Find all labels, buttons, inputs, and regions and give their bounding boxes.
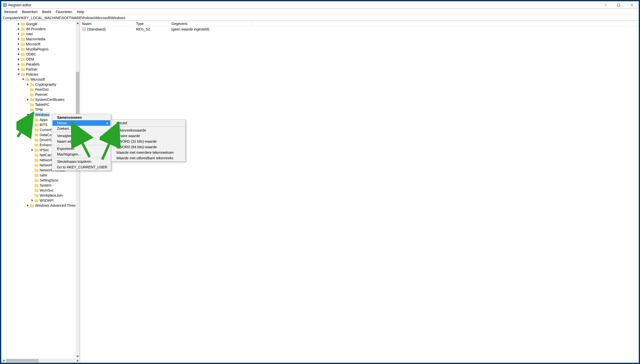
menu-item[interactable]: Tekenreekswaarde xyxy=(112,128,185,133)
tree-node[interactable]: TPM xyxy=(1,107,80,112)
scroll-right-icon[interactable] xyxy=(75,358,80,363)
tree-node[interactable]: System xyxy=(1,183,80,188)
menu-item[interactable]: Machtigingen... xyxy=(52,151,110,157)
tree-node[interactable]: Google xyxy=(1,21,80,26)
scroll-track[interactable] xyxy=(75,25,80,354)
menu-item[interactable]: Naam wijzigen xyxy=(52,139,110,144)
chevron-right-icon[interactable] xyxy=(31,199,34,202)
tree-node[interactable]: TabletPC xyxy=(1,102,80,107)
chevron-right-icon[interactable] xyxy=(17,52,20,56)
column-header-name[interactable]: Naam xyxy=(80,21,134,26)
close-button[interactable] xyxy=(626,1,638,9)
folder-icon xyxy=(30,113,34,116)
chevron-right-icon[interactable] xyxy=(17,63,20,66)
chevron-right-icon[interactable] xyxy=(17,57,20,61)
tree-pane: GoogleIM ProvidersIntelMacromediaMicroso… xyxy=(1,21,80,363)
chevron-right-icon[interactable] xyxy=(31,148,34,152)
folder-icon xyxy=(21,63,25,66)
menu-bewerken[interactable]: Bewerken xyxy=(20,9,39,14)
menu-item[interactable]: Nieuw xyxy=(52,120,110,126)
chevron-right-icon[interactable] xyxy=(17,32,20,36)
chevron-right-icon[interactable] xyxy=(26,204,30,207)
tree-node-label: OEM xyxy=(25,57,35,61)
column-header-data[interactable]: Gegevens xyxy=(169,21,253,26)
menu-favorieten[interactable]: Favorieten xyxy=(54,9,74,14)
chevron-right-icon[interactable] xyxy=(17,27,20,31)
chevron-right-icon[interactable] xyxy=(17,22,20,26)
chevron-right-icon[interactable] xyxy=(26,83,30,86)
chevron-right-icon[interactable] xyxy=(17,37,20,41)
tree-hscrollbar[interactable] xyxy=(1,358,80,363)
scroll-down-icon[interactable] xyxy=(75,354,80,358)
chevron-right-icon[interactable] xyxy=(17,68,20,71)
folder-icon xyxy=(35,199,39,202)
menu-item[interactable]: Binaire waarde xyxy=(112,133,185,139)
scroll-thumb[interactable] xyxy=(6,359,39,362)
menu-item[interactable]: Go to HKEY_CURRENT_USER xyxy=(52,164,110,170)
menu-item[interactable]: Sleutel xyxy=(112,120,185,126)
chevron-down-icon[interactable] xyxy=(17,73,20,76)
folder-icon xyxy=(35,123,39,127)
tree-node[interactable]: WSDAPI xyxy=(1,198,80,203)
menu-item[interactable]: Waarde met uitbreidbare tekenreeks xyxy=(112,155,185,161)
tree-vscrollbar[interactable] xyxy=(75,21,80,358)
chevron-down-icon[interactable] xyxy=(26,113,30,116)
menu-help[interactable]: Help xyxy=(75,9,86,14)
tree-node[interactable]: IM Providers xyxy=(1,26,80,32)
menu-item[interactable]: Waarde met meerdere tekenreeksen xyxy=(112,150,185,155)
tree-node[interactable]: MozillaPlugins xyxy=(1,47,80,52)
context-submenu-nieuw[interactable]: SleutelTekenreekswaardeBinaire waardeDWO… xyxy=(111,119,185,162)
tree-node[interactable]: Intel xyxy=(1,32,80,37)
tree-node[interactable]: Cryptography xyxy=(1,82,80,87)
scroll-track[interactable] xyxy=(6,358,75,363)
folder-icon xyxy=(21,32,25,36)
menu-item[interactable]: DWORD (32 bits)-waarde xyxy=(112,139,185,144)
menu-item[interactable]: Samenvouwen xyxy=(52,115,110,120)
scroll-left-icon[interactable] xyxy=(1,358,6,363)
tree-node-label: ODBC xyxy=(25,52,37,56)
column-header-type[interactable]: Type xyxy=(134,21,169,26)
chevron-down-icon[interactable] xyxy=(21,78,25,81)
menu-item[interactable]: Exporteren xyxy=(52,146,110,151)
menu-item[interactable]: Sleutelnaam kopiëren xyxy=(52,159,110,164)
menubar: Bestand Bewerken Beeld Favorieten Help xyxy=(1,9,639,15)
tree-node-label: IM Providers xyxy=(25,27,46,31)
tree-node[interactable]: safer xyxy=(1,173,80,178)
address-bar[interactable]: Computer\HKEY_LOCAL_MACHINE\SOFTWARE\Pol… xyxy=(1,15,639,21)
chevron-right-icon[interactable] xyxy=(17,42,20,46)
tree-node[interactable]: ODBC xyxy=(1,52,80,57)
tree-node[interactable]: SystemCertificates xyxy=(1,97,80,102)
chevron-right-icon[interactable] xyxy=(26,98,30,101)
scroll-up-icon[interactable] xyxy=(75,21,80,25)
value-row[interactable]: (Standaard) REG_SZ (geen waarde ingestel… xyxy=(80,26,639,32)
menu-item[interactable]: Verwijderen xyxy=(52,133,110,139)
folder-icon xyxy=(35,153,39,157)
tree-node[interactable]: SettingSync xyxy=(1,178,80,183)
menu-item[interactable]: Zoeken... xyxy=(52,126,110,131)
tree-node[interactable]: Peernet xyxy=(1,92,80,97)
chevron-right-icon[interactable] xyxy=(17,47,20,51)
tree-node[interactable]: WcmSvc xyxy=(1,188,80,193)
tree-node-label: System xyxy=(39,183,52,187)
menu-bestand[interactable]: Bestand xyxy=(2,9,19,14)
tree-node[interactable]: Microsoft xyxy=(1,42,80,47)
menu-item[interactable]: QWORD (64 bits)-waarde xyxy=(112,144,185,150)
tree-node-label: SystemCertificates xyxy=(35,98,65,102)
context-menu[interactable]: SamenvouwenNieuwZoeken...VerwijderenNaam… xyxy=(52,114,111,171)
tree-node[interactable]: Microsoft xyxy=(1,77,80,82)
tree-node[interactable]: Parallels xyxy=(1,62,80,67)
minimize-button[interactable] xyxy=(600,1,611,9)
tree-node[interactable]: Partner xyxy=(1,67,80,72)
folder-icon xyxy=(25,78,30,81)
tree-node[interactable]: Windows Advanced Threat Protection xyxy=(1,203,80,208)
tree-node[interactable]: PeerDist xyxy=(1,87,80,92)
tree-node[interactable]: Macromedia xyxy=(1,37,80,42)
window-frame: Register-editor Bestand Bewerken Beeld F… xyxy=(1,1,639,363)
string-value-icon xyxy=(82,27,86,32)
maximize-button[interactable] xyxy=(613,1,625,9)
tree-node[interactable]: OEM xyxy=(1,57,80,62)
menu-beeld[interactable]: Beeld xyxy=(40,9,53,14)
tree-node[interactable]: Policies xyxy=(1,72,80,77)
tree-node[interactable]: WorkplaceJoin xyxy=(1,193,80,198)
tree-node-label: SettingSync xyxy=(39,178,59,182)
